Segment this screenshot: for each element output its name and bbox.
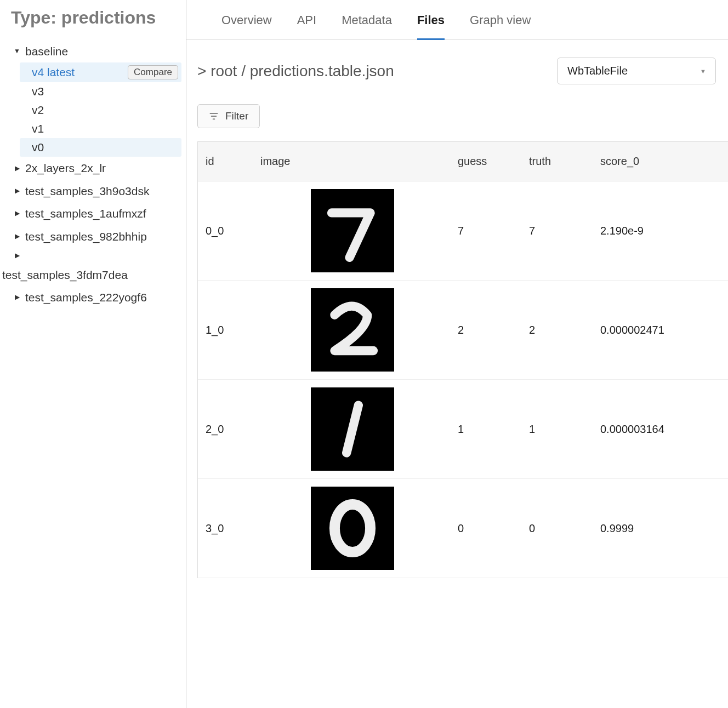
- compare-button[interactable]: Compare: [128, 65, 178, 79]
- tab-files[interactable]: Files: [417, 13, 445, 40]
- cell-guess: 7: [450, 217, 521, 245]
- tree-item-label: test_samples_982bhhip: [25, 229, 147, 244]
- cell-id: 1_0: [198, 316, 253, 344]
- cell-id: 2_0: [198, 415, 253, 443]
- table-row[interactable]: 3_0 0 0 0.9999: [198, 479, 728, 578]
- chevron-right-icon: [12, 209, 22, 218]
- cell-score0: 0.9999: [593, 515, 702, 543]
- filter-icon: [209, 111, 219, 121]
- version-v0[interactable]: v0: [20, 138, 181, 157]
- version-v2[interactable]: v2: [20, 101, 181, 119]
- cell-truth: 2: [521, 316, 593, 344]
- filter-button[interactable]: Filter: [197, 104, 260, 128]
- version-v4[interactable]: v4 latest Compare: [20, 62, 181, 82]
- breadcrumb[interactable]: > root / predictions.table.json: [197, 62, 394, 80]
- tree-item-label: test_samples_1aufmxzf: [25, 205, 146, 221]
- cell-guess: 2: [450, 316, 521, 344]
- version-label: v4 latest: [32, 66, 75, 79]
- version-v1[interactable]: v1: [20, 119, 181, 138]
- cell-image: [253, 479, 450, 578]
- filter-label: Filter: [225, 110, 248, 122]
- tree-item-label: test_samples_222yogf6: [25, 289, 147, 305]
- chevron-right-icon: [12, 251, 22, 260]
- select-value: WbTableFile: [567, 65, 628, 77]
- version-v3[interactable]: v3: [20, 82, 181, 101]
- tab-metadata[interactable]: Metadata: [342, 13, 392, 39]
- cell-truth: 1: [521, 415, 593, 443]
- cell-guess: 1: [450, 415, 521, 443]
- table-row[interactable]: 1_0 2 2 0.000002471: [198, 281, 728, 380]
- chevron-right-icon: [12, 164, 22, 173]
- cell-image: [253, 181, 450, 280]
- filter-row: Filter: [186, 84, 728, 141]
- tree-item-label: test_samples_3fdm7dea: [2, 267, 128, 283]
- sidebar: Type: predictions baseline v4 latest Com…: [0, 0, 186, 708]
- cell-score0: 2.190e-9: [593, 217, 702, 245]
- table-row[interactable]: 2_0 1 1 0.000003164: [198, 380, 728, 479]
- tree-item-label: test_samples_3h9o3dsk: [25, 183, 149, 199]
- cell-id: 0_0: [198, 217, 253, 245]
- chevron-right-icon: [12, 186, 22, 196]
- tree-item-samples-1aufmxzf[interactable]: test_samples_1aufmxzf: [10, 202, 181, 225]
- path-row: > root / predictions.table.json WbTableF…: [186, 40, 728, 84]
- chevron-down-icon: [12, 47, 22, 56]
- version-label: v0: [32, 141, 44, 154]
- col-id[interactable]: id: [198, 142, 253, 181]
- tree-item-samples-222yogf6[interactable]: test_samples_222yogf6: [10, 286, 181, 309]
- tree-item-label: 2x_layers_2x_lr: [25, 160, 106, 176]
- cell-score0: 0.000003164: [593, 415, 702, 443]
- tree-item-baseline[interactable]: baseline: [10, 40, 181, 62]
- mnist-digit-7: [311, 189, 394, 272]
- chevron-right-icon: [12, 232, 22, 241]
- version-label: v3: [32, 85, 44, 98]
- cell-image: [253, 380, 450, 478]
- cell-truth: 0: [521, 515, 593, 543]
- table-header: id image guess truth score_0: [198, 142, 728, 181]
- col-image[interactable]: image: [253, 142, 450, 181]
- col-score0[interactable]: score_0: [593, 142, 702, 181]
- version-label: v2: [32, 104, 44, 117]
- sidebar-title: Type: predictions: [10, 8, 181, 28]
- tab-graph-view[interactable]: Graph view: [470, 13, 531, 39]
- cell-guess: 0: [450, 515, 521, 543]
- table-row[interactable]: 0_0 7 7 2.190e-9: [198, 181, 728, 281]
- cell-truth: 7: [521, 217, 593, 245]
- main-panel: Overview API Metadata Files Graph view >…: [186, 0, 728, 708]
- col-guess[interactable]: guess: [450, 142, 521, 181]
- cell-score0: 0.000002471: [593, 316, 702, 344]
- tree-item-samples-3h9o3dsk[interactable]: test_samples_3h9o3dsk: [10, 180, 181, 202]
- svg-point-0: [334, 505, 370, 552]
- viewer-select[interactable]: WbTableFile ▼: [557, 58, 716, 84]
- cell-id: 3_0: [198, 515, 253, 543]
- tab-api[interactable]: API: [297, 13, 316, 39]
- chevron-right-icon: [12, 293, 22, 302]
- tab-overview[interactable]: Overview: [221, 13, 272, 39]
- mnist-digit-2: [311, 288, 394, 372]
- version-list: v4 latest Compare v3 v2 v1 v0: [20, 62, 181, 157]
- mnist-digit-0: [311, 487, 394, 570]
- tree-item-2x-layers[interactable]: 2x_layers_2x_lr: [10, 157, 181, 179]
- cell-image: [253, 281, 450, 379]
- predictions-table: id image guess truth score_0 0_0 7 7 2.1…: [197, 141, 728, 578]
- mnist-digit-1: [311, 387, 394, 471]
- col-truth[interactable]: truth: [521, 142, 593, 181]
- caret-down-icon: ▼: [700, 68, 706, 75]
- tree-item-samples-3fdm7dea[interactable]: test_samples_3fdm7dea: [10, 248, 181, 286]
- artifact-tree: baseline v4 latest Compare v3 v2 v1 v0 2…: [10, 40, 181, 309]
- tree-item-label: baseline: [25, 43, 68, 59]
- tabs: Overview API Metadata Files Graph view: [186, 0, 728, 40]
- tree-item-samples-982bhhip[interactable]: test_samples_982bhhip: [10, 225, 181, 248]
- version-label: v1: [32, 122, 44, 135]
